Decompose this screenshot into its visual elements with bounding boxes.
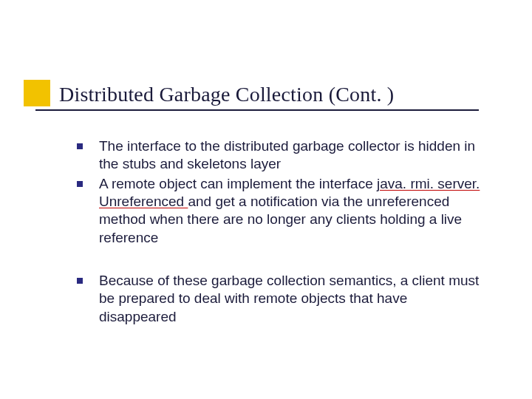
title-underline-rule	[35, 109, 479, 111]
bullet-group-2: Because of these garbage collection sema…	[77, 272, 485, 326]
list-item: The interface to the distributed garbage…	[77, 137, 485, 174]
square-bullet-icon	[77, 143, 83, 149]
bullet-group-1: The interface to the distributed garbage…	[77, 137, 485, 247]
list-item: A remote object can implement the interf…	[77, 175, 485, 247]
slide-body: The interface to the distributed garbage…	[77, 137, 485, 327]
bullet-text: A remote object can implement the interf…	[99, 175, 485, 247]
bullet-text: The interface to the distributed garbage…	[99, 137, 485, 174]
title-container: Distributed Garbage Collection (Cont. )	[59, 83, 394, 106]
square-bullet-icon	[77, 278, 83, 284]
square-bullet-icon	[77, 181, 83, 187]
slide-title: Distributed Garbage Collection (Cont. )	[59, 83, 394, 106]
bullet-text: Because of these garbage collection sema…	[99, 272, 485, 326]
accent-box	[24, 80, 50, 106]
list-item: Because of these garbage collection sema…	[77, 272, 485, 326]
slide: Distributed Garbage Collection (Cont. ) …	[0, 0, 532, 399]
text-prefix: A remote object can implement the interf…	[99, 176, 377, 191]
